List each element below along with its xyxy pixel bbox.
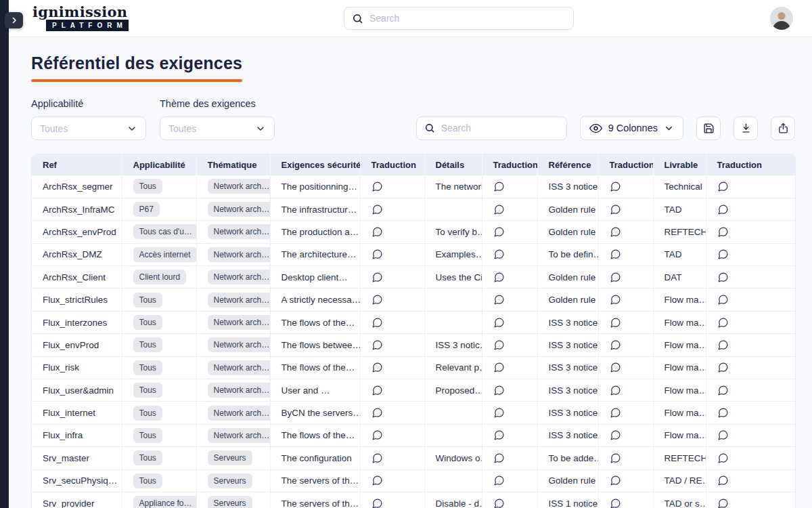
speech-bubble-icon[interactable]	[371, 498, 383, 508]
speech-bubble-icon[interactable]	[371, 452, 383, 464]
table-row[interactable]: ArchRsx_segmer Tous Network arch… The po…	[32, 175, 796, 198]
speech-bubble-icon[interactable]	[717, 429, 729, 441]
speech-bubble-icon[interactable]	[493, 249, 505, 260]
speech-bubble-icon[interactable]	[610, 181, 621, 192]
speech-bubble-icon[interactable]	[717, 362, 729, 373]
column-header[interactable]: Ref	[32, 154, 122, 175]
speech-bubble-icon[interactable]	[717, 498, 729, 508]
speech-bubble-icon[interactable]	[717, 272, 729, 283]
column-header[interactable]: Exigences sécurité	[270, 154, 360, 175]
speech-bubble-icon[interactable]	[493, 475, 505, 486]
speech-bubble-icon[interactable]	[610, 226, 621, 238]
table-row[interactable]: Flux_infra Tous Network arch… The flows …	[32, 424, 796, 446]
speech-bubble-icon[interactable]	[610, 272, 621, 283]
column-header[interactable]: Détails	[424, 154, 482, 175]
speech-bubble-icon[interactable]	[610, 317, 621, 329]
speech-bubble-icon[interactable]	[493, 226, 505, 238]
speech-bubble-icon[interactable]	[371, 339, 383, 351]
user-avatar[interactable]	[770, 7, 793, 30]
speech-bubble-icon[interactable]	[610, 498, 621, 508]
speech-bubble-icon[interactable]	[717, 204, 729, 215]
speech-bubble-icon[interactable]	[493, 407, 505, 419]
speech-bubble-icon[interactable]	[371, 407, 383, 419]
speech-bubble-icon[interactable]	[493, 362, 505, 373]
speech-bubble-icon[interactable]	[493, 204, 505, 215]
column-header[interactable]: Traduction	[360, 154, 424, 175]
speech-bubble-icon[interactable]	[717, 452, 729, 464]
speech-bubble-icon[interactable]	[610, 362, 621, 373]
global-search[interactable]	[344, 7, 574, 30]
speech-bubble-icon[interactable]	[493, 294, 505, 305]
speech-bubble-icon[interactable]	[717, 385, 729, 396]
table-row[interactable]: Flux_risk Tous Network arch… The flows o…	[32, 356, 796, 379]
speech-bubble-icon[interactable]	[717, 226, 729, 238]
speech-bubble-icon[interactable]	[493, 429, 505, 441]
speech-bubble-icon[interactable]	[371, 475, 383, 486]
speech-bubble-icon[interactable]	[493, 272, 505, 283]
speech-bubble-icon[interactable]	[493, 452, 505, 464]
table-row[interactable]: Flux_envProd Tous Network arch… The flow…	[32, 334, 796, 356]
table-search[interactable]	[416, 117, 567, 140]
column-header[interactable]: Référence	[537, 154, 598, 175]
table-row[interactable]: Flux_strictRules Tous Network arch… A st…	[32, 289, 796, 311]
speech-bubble-icon[interactable]	[371, 294, 383, 305]
logo[interactable]: ignimission PLATFORM	[32, 5, 129, 31]
speech-bubble-icon[interactable]	[717, 317, 729, 329]
speech-bubble-icon[interactable]	[371, 204, 383, 215]
speech-bubble-icon[interactable]	[610, 429, 621, 441]
speech-bubble-icon[interactable]	[371, 181, 383, 192]
column-header[interactable]: Traduction	[598, 154, 653, 175]
speech-bubble-icon[interactable]	[717, 339, 729, 351]
speech-bubble-icon[interactable]	[610, 294, 621, 305]
table-row[interactable]: Flux_interzones Tous Network arch… The f…	[32, 311, 796, 333]
speech-bubble-icon[interactable]	[610, 407, 621, 419]
speech-bubble-icon[interactable]	[610, 385, 621, 396]
speech-bubble-icon[interactable]	[717, 407, 729, 419]
column-header[interactable]: Thématique	[196, 154, 270, 175]
speech-bubble-icon[interactable]	[371, 317, 383, 329]
theme-select[interactable]: Toutes	[160, 117, 275, 140]
speech-bubble-icon[interactable]	[717, 475, 729, 486]
table-row[interactable]: Srv_secuPhysiq… Tous Serveurs The server…	[32, 469, 796, 492]
speech-bubble-icon[interactable]	[371, 226, 383, 238]
speech-bubble-icon[interactable]	[610, 204, 621, 215]
speech-bubble-icon[interactable]	[610, 339, 621, 351]
speech-bubble-icon[interactable]	[371, 272, 383, 283]
speech-bubble-icon[interactable]	[610, 475, 621, 486]
save-view-button[interactable]	[696, 117, 721, 140]
share-export-button[interactable]	[771, 117, 795, 140]
table-row[interactable]: ArchRsx_InfraMC P67 Network arch… The in…	[32, 198, 796, 220]
table-row[interactable]: ArchRsx_DMZ Accès internet Network arch……	[32, 243, 796, 266]
table-row[interactable]: Flux_user&admin Tous Network arch… User …	[32, 379, 796, 402]
download-button[interactable]	[734, 117, 758, 140]
table-row[interactable]: ArchRsx_Client Client lourd Network arch…	[32, 266, 796, 289]
column-header[interactable]: Traduction	[706, 154, 796, 175]
table-row[interactable]: Srv_master Tous Serveurs The configurati…	[32, 447, 796, 469]
speech-bubble-icon[interactable]	[493, 339, 505, 351]
column-header[interactable]: Traduction	[482, 154, 537, 175]
table-row[interactable]: Flux_internet Tous Network arch… ByCN th…	[32, 402, 796, 424]
speech-bubble-icon[interactable]	[371, 385, 383, 396]
speech-bubble-icon[interactable]	[717, 181, 729, 192]
table-row[interactable]: Srv_provider Appliance fo… Serveurs The …	[32, 492, 796, 508]
table-row[interactable]: ArchRsx_envProd Tous cas d'u… Network ar…	[32, 221, 796, 243]
columns-visibility-button[interactable]: 9 Colonnes	[580, 116, 683, 140]
global-search-input[interactable]	[369, 13, 566, 24]
speech-bubble-icon[interactable]	[371, 249, 383, 260]
applicability-select[interactable]: Toutes	[31, 117, 146, 140]
sidebar-expand-button[interactable]	[5, 12, 23, 28]
column-header[interactable]: Applicabilité	[122, 154, 196, 175]
speech-bubble-icon[interactable]	[493, 498, 505, 508]
speech-bubble-icon[interactable]	[717, 249, 729, 260]
speech-bubble-icon[interactable]	[493, 385, 505, 396]
speech-bubble-icon[interactable]	[610, 249, 621, 260]
speech-bubble-icon[interactable]	[371, 362, 383, 373]
speech-bubble-icon[interactable]	[610, 452, 621, 464]
cell-deliverable: Flow ma…	[653, 311, 706, 333]
speech-bubble-icon[interactable]	[371, 429, 383, 441]
column-header[interactable]: Livrable	[653, 154, 706, 175]
speech-bubble-icon[interactable]	[717, 294, 729, 305]
speech-bubble-icon[interactable]	[493, 317, 505, 329]
table-search-input[interactable]	[441, 123, 559, 133]
speech-bubble-icon[interactable]	[493, 181, 505, 192]
